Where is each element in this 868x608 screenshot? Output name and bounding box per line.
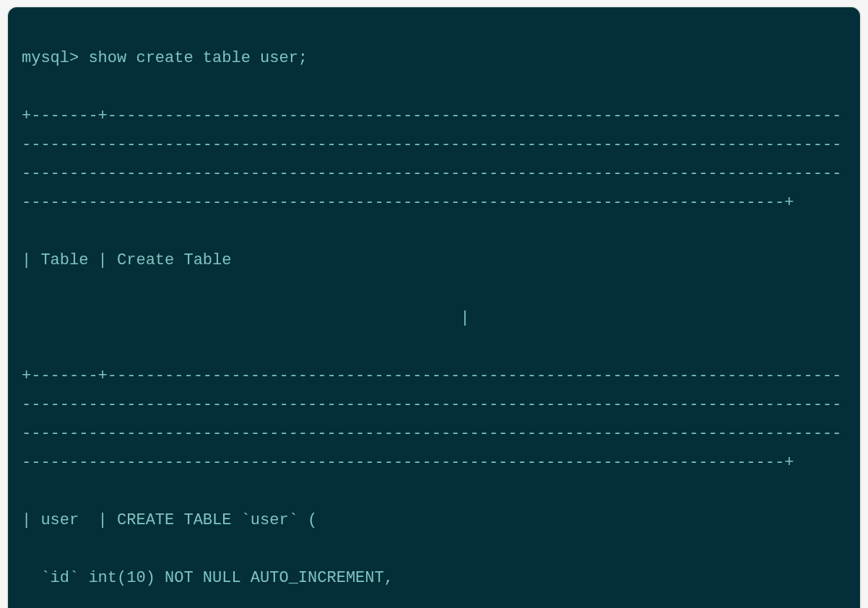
terminal-line: | xyxy=(22,304,846,333)
terminal-window[interactable]: mysql> show create table user; +-------+… xyxy=(8,7,860,608)
terminal-line: +-------+-------------------------------… xyxy=(22,102,846,217)
terminal-line: | user | CREATE TABLE `user` ( xyxy=(22,506,846,535)
terminal-line: | Table | Create Table xyxy=(22,246,846,275)
terminal-line: mysql> show create table user; xyxy=(22,44,846,73)
terminal-line: `id` int(10) NOT NULL AUTO_INCREMENT, xyxy=(22,564,846,593)
terminal-line: +-------+-------------------------------… xyxy=(22,362,846,477)
